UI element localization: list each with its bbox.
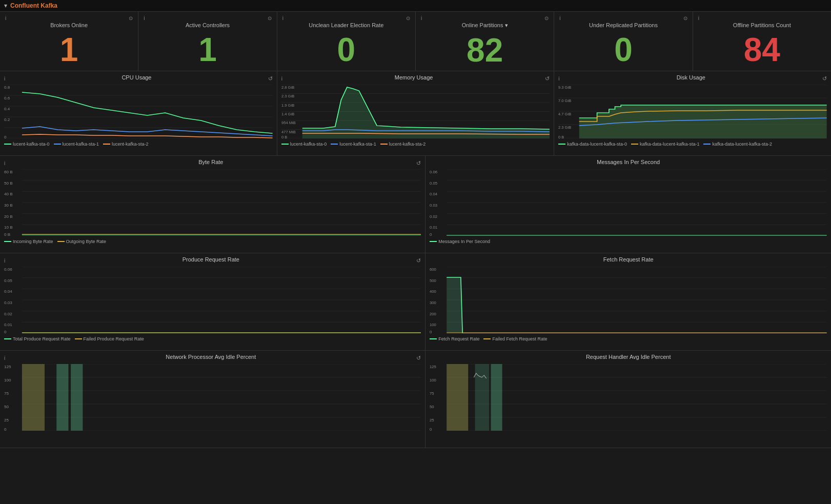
svg-text:0.4: 0.4 [4,107,10,111]
svg-text:0.05: 0.05 [4,279,12,283]
svg-text:0: 0 [4,135,7,138]
svg-text:125: 125 [4,365,11,369]
stat-icon-info[interactable]: ⊙ [129,15,133,21]
fetch-svg: 600 500 400 300 200 100 0 12:10 12:15 12… [430,267,827,333]
stat-brokers-online: i ⊙ Brokers Online 1 [0,12,138,71]
svg-text:100: 100 [430,378,436,382]
cpu-usage-title: CPU Usage [5,74,268,80]
request-handler-svg: 125 100 75 50 25 0 12:10 12:15 12:20 12:… [430,364,827,431]
stat-active-controllers: i ⊙ Active Controllers 1 [138,12,277,71]
svg-text:75: 75 [430,391,434,396]
charts-row-2: i Byte Rate ↺ 60 B 50 B 40 B 30 B 20 B 1… [0,156,831,253]
svg-text:477 MiB: 477 MiB [281,130,296,133]
svg-marker-147 [447,277,463,333]
svg-text:30 B: 30 B [4,204,13,208]
disk-usage-title: Disk Usage [560,74,822,80]
stat-label-online-partitions[interactable]: Online Partitions ▾ [462,22,508,29]
charts-row-4: i Network Processor Avg Idle Percent ↺ 1… [0,351,831,448]
byte-rate-refresh-icon[interactable]: ↺ [416,160,421,167]
svg-text:50 B: 50 B [4,182,13,186]
byte-rate-panel: i Byte Rate ↺ 60 B 50 B 40 B 30 B 20 B 1… [0,156,425,253]
svg-text:0 B: 0 B [4,233,10,236]
request-handler-panel: Request Handler Avg Idle Percent 125 100… [425,351,831,448]
memory-usage-panel: i Memory Usage ↺ 2.8 GiB 2.3 GiB 1.9 GiB… [277,71,555,155]
top-bar: ▾ Confluent Kafka [0,0,831,12]
charts-row-1: i CPU Usage ↺ 0.8 0.6 0.4 0.2 0 [0,71,831,156]
memory-refresh-icon[interactable]: ↺ [545,75,550,82]
svg-text:60 B: 60 B [4,170,13,174]
svg-text:1.9 GiB: 1.9 GiB [281,104,295,107]
fetch-legend: Fetch Request Rate Failed Fetch Request … [430,336,827,341]
stat-icon-info2[interactable]: ⊙ [268,15,272,21]
svg-text:600: 600 [430,267,436,272]
svg-text:0 B: 0 B [281,135,288,138]
messages-chart-area: 0.06 0.05 0.04 0.03 0.02 0.01 0 12:10 12… [430,169,827,237]
produce-legend: Total Produce Request Rate Failed Produc… [4,336,421,341]
network-title: Network Processor Avg Idle Percent [5,354,416,360]
svg-text:75: 75 [4,392,9,396]
stat-icon-i5: i [559,15,560,21]
produce-request-panel: i Produce Request Rate ↺ 0.06 0.05 0.04 … [0,253,425,350]
svg-text:0.2: 0.2 [4,118,10,122]
stat-icon-i2: i [144,15,145,21]
stat-value-offline-partitions: 84 [744,33,780,66]
svg-text:200: 200 [430,312,436,316]
stat-icon-i3: i [282,15,283,21]
stat-icon-i: i [5,15,6,21]
svg-text:2.3 GiB: 2.3 GiB [558,126,572,129]
produce-refresh-icon[interactable]: ↺ [416,257,421,264]
svg-text:0.02: 0.02 [4,312,12,316]
svg-text:0.04: 0.04 [4,290,12,294]
svg-text:0.05: 0.05 [430,181,437,186]
svg-text:0.6: 0.6 [4,96,10,100]
svg-text:50: 50 [4,405,9,409]
svg-text:25: 25 [4,418,9,422]
memory-usage-title: Memory Usage [282,74,545,80]
stat-icon-info3[interactable]: ⊙ [406,15,410,21]
produce-chart-area: 0.06 0.05 0.04 0.03 0.02 0.01 0 12:10 12… [4,267,421,334]
memory-legend: lucent-kafka-sta-0 lucent-kafka-sta-1 lu… [281,142,550,147]
byte-rate-chart-area: 60 B 50 B 40 B 30 B 20 B 10 B 0 B 12:10 … [4,169,421,237]
cpu-legend: lucent-kafka-sta-0 lucent-kafka-sta-1 lu… [4,142,273,147]
stat-icon-info4[interactable]: ⊙ [544,15,549,21]
svg-text:0.03: 0.03 [430,203,437,208]
svg-marker-174 [71,364,83,431]
collapse-icon[interactable]: ▾ [4,2,7,9]
stat-value-active-controllers: 1 [198,33,217,66]
cpu-refresh-icon[interactable]: ↺ [268,75,273,82]
network-chart-area: 125 100 75 50 25 0 12:10 12:15 12:20 12:… [4,364,421,432]
svg-text:0.06: 0.06 [4,268,12,272]
network-svg: 125 100 75 50 25 0 12:10 12:15 12:20 12:… [4,364,421,431]
network-refresh-icon[interactable]: ↺ [416,355,421,361]
fetch-chart-area: 600 500 400 300 200 100 0 12:10 12:15 12… [430,267,827,334]
svg-text:10 B: 10 B [4,226,13,230]
svg-text:0.01: 0.01 [430,225,437,230]
disk-chart-svg: 9.3 GiB 7.0 GiB 4.7 GiB 2.3 GiB 0 B 12:1… [558,85,827,138]
messages-per-second-panel: Messages In Per Second 0.06 0.05 0.04 0.… [425,156,831,253]
svg-text:500: 500 [430,278,436,283]
cpu-chart-area: 0.8 0.6 0.4 0.2 0 12:10 12:20 12:30 12:4… [4,85,273,139]
svg-text:4.7 GiB: 4.7 GiB [558,112,572,115]
svg-marker-199 [447,364,469,431]
svg-marker-173 [56,364,68,431]
memory-chart-area: 2.8 GiB 2.3 GiB 1.9 GiB 1.4 GiB 954 MiB … [281,85,550,139]
cpu-usage-panel: i CPU Usage ↺ 0.8 0.6 0.4 0.2 0 [0,71,277,155]
svg-marker-172 [22,364,45,431]
svg-text:0.02: 0.02 [430,214,437,219]
svg-text:100: 100 [430,322,436,327]
svg-text:2.8 GiB: 2.8 GiB [281,86,295,89]
charts-row-3: i Produce Request Rate ↺ 0.06 0.05 0.04 … [0,253,831,351]
svg-text:20 B: 20 B [4,215,13,219]
svg-text:2.3 GiB: 2.3 GiB [281,94,295,97]
disk-refresh-icon[interactable]: ↺ [822,75,827,82]
svg-text:0.01: 0.01 [4,323,12,327]
svg-text:50: 50 [430,405,434,409]
stat-under-replicated: i ⊙ Under Replicated Partitions 0 [554,12,693,71]
stat-icon-i6: i [698,15,699,21]
stat-icon-info5[interactable]: ⊙ [683,15,687,21]
network-processor-panel: i Network Processor Avg Idle Percent ↺ 1… [0,351,425,448]
svg-text:0: 0 [4,428,7,431]
fetch-title: Fetch Request Rate [430,256,827,263]
svg-text:0: 0 [430,427,432,431]
svg-text:0.8: 0.8 [4,86,10,90]
